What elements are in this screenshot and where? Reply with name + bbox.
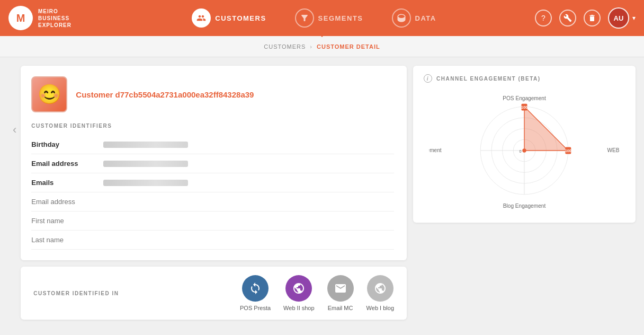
svg-point-13 (522, 148, 526, 152)
web-ii-shop-icon (285, 275, 312, 302)
first-name-input[interactable] (31, 211, 394, 231)
customer-id: Customer d77cb5504a2731a000ea32ff84328a3… (76, 90, 254, 99)
emails-value (103, 180, 188, 186)
source-web-ii-shop[interactable]: Web II shop (283, 275, 315, 311)
source-email-mc[interactable]: Email MC (327, 275, 354, 311)
header-actions: ? AU ▾ (535, 7, 636, 29)
main-nav: CUSTOMERS SEGMENTS DATA (93, 5, 535, 31)
nav-data[interactable]: DATA (386, 5, 443, 31)
trash-button[interactable] (584, 10, 601, 27)
birthday-row: Birthday (31, 135, 394, 154)
data-nav-icon (392, 8, 411, 28)
help-button[interactable]: ? (535, 10, 552, 27)
emails-row: Emails (31, 173, 394, 192)
app-header: M MEIRO BUSINESS EXPLORER CUSTOMERS SEGM… (0, 0, 644, 36)
birthday-label: Birthday (31, 140, 95, 148)
breadcrumb-parent[interactable]: CUSTOMERS (264, 43, 306, 50)
svg-text:100: 100 (521, 105, 527, 110)
wrench-button[interactable] (559, 10, 576, 27)
pos-presta-icon (242, 275, 269, 302)
radar-chart: 100 100 0 POS Engagement WEB Engagement … (424, 87, 625, 214)
identifiers-section-label: CUSTOMER IDENTIFIERS (31, 123, 394, 129)
radar-svg: 100 100 0 POS Engagement WEB Engagement … (429, 90, 620, 211)
nav-data-label: DATA (415, 14, 436, 22)
svg-text:Blog Engagement: Blog Engagement (503, 203, 546, 209)
info-icon: i (424, 74, 432, 83)
nav-segments[interactable]: SEGMENTS (289, 5, 370, 31)
web-i-blog-label: Web I blog (366, 305, 394, 311)
left-panel: 😊 Customer d77cb5504a2731a000ea32ff84328… (21, 66, 407, 320)
engagement-section-label: CHANNEL ENGAGEMENT (BETA) (436, 76, 541, 82)
svg-text:WEB Engagement: WEB Engagement (607, 147, 620, 153)
pos-presta-label: POS Presta (240, 305, 271, 311)
back-button[interactable]: ‹ (8, 119, 21, 141)
segments-nav-icon (295, 8, 314, 28)
customer-identifiers-section: CUSTOMER IDENTIFIERS Birthday Email addr… (31, 123, 394, 250)
logo-icon: M (8, 6, 33, 30)
email-mc-label: Email MC (328, 305, 353, 311)
source-icons-list: POS Presta Web II shop Email MC (240, 275, 394, 311)
identified-in-label: CUSTOMER IDENTIFIED IN (33, 290, 119, 296)
customer-avatar-icon: 😊 (31, 76, 67, 112)
customer-card: 😊 Customer d77cb5504a2731a000ea32ff84328… (21, 66, 407, 260)
breadcrumb-current: CUSTOMER DETAIL (317, 43, 380, 50)
svg-text:EDM Engagement: EDM Engagement (429, 147, 442, 153)
nav-customers[interactable]: CUSTOMERS (185, 5, 272, 31)
web-i-blog-icon (367, 275, 393, 302)
identified-in-card: CUSTOMER IDENTIFIED IN POS Presta Web II… (21, 267, 407, 320)
page-body: ‹ 😊 Customer d77cb5504a2731a000ea32ff843… (0, 57, 644, 335)
email-address-value (103, 161, 188, 167)
nav-customers-label: CUSTOMERS (215, 14, 266, 22)
logo-text: MEIRO BUSINESS EXPLORER (38, 8, 71, 29)
email-mc-icon (327, 275, 354, 302)
last-name-input[interactable] (31, 231, 394, 250)
source-web-i-blog[interactable]: Web I blog (366, 275, 394, 311)
email-address-input[interactable] (31, 192, 394, 211)
svg-text:POS Engagement: POS Engagement (503, 95, 546, 101)
breadcrumb-separator: › (310, 43, 312, 50)
email-address-label: Email address (31, 160, 95, 168)
nav-segments-label: SEGMENTS (318, 14, 363, 22)
customer-header: 😊 Customer d77cb5504a2731a000ea32ff84328… (31, 76, 394, 112)
svg-marker-8 (524, 107, 568, 151)
logo-area: M MEIRO BUSINESS EXPLORER (8, 6, 93, 30)
user-avatar[interactable]: AU (608, 7, 629, 29)
source-pos-presta[interactable]: POS Presta (240, 275, 271, 311)
avatar-chevron-icon[interactable]: ▾ (632, 14, 636, 22)
birthday-value (103, 142, 188, 148)
header-arrow (317, 32, 327, 37)
right-panel: i CHANNEL ENGAGEMENT (BETA) (413, 66, 636, 223)
svg-text:0: 0 (520, 149, 522, 154)
web-ii-shop-label: Web II shop (283, 305, 315, 311)
svg-text:100: 100 (565, 148, 571, 153)
engagement-card: i CHANNEL ENGAGEMENT (BETA) (413, 66, 636, 223)
email-address-row: Email address (31, 154, 394, 173)
customers-nav-icon (192, 8, 211, 28)
emails-label: Emails (31, 179, 95, 187)
breadcrumb-bar: CUSTOMERS › CUSTOMER DETAIL (0, 36, 644, 57)
engagement-header: i CHANNEL ENGAGEMENT (BETA) (424, 74, 625, 83)
